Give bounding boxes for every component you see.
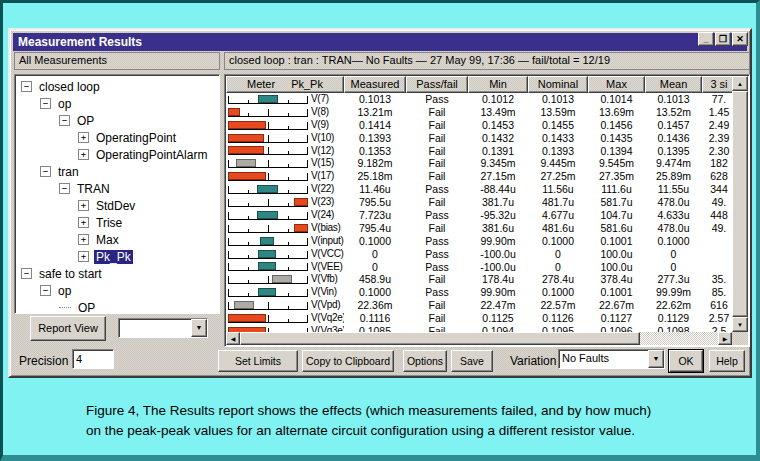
title-bar[interactable]: Measurement Results — [13, 33, 747, 51]
expand-icon[interactable]: + — [78, 200, 89, 211]
column-header-max[interactable]: Max — [588, 76, 645, 93]
expand-icon[interactable]: + — [78, 149, 89, 160]
collapse-icon[interactable]: − — [59, 115, 70, 126]
scroll-up-icon: ▲ — [737, 81, 743, 87]
table-row[interactable]: V(bias)795.4uFail381.6u481.6u581.6u478.0… — [226, 222, 736, 235]
pass-bar-icon — [258, 250, 276, 258]
table-row[interactable]: V(23)795.5uFail381.7u481.7u581.7u478.0u4… — [226, 196, 736, 209]
collapse-icon[interactable]: − — [59, 183, 70, 194]
options-button[interactable]: Options — [403, 350, 447, 372]
tree-item-operatingpoint[interactable]: +OperatingPoint — [15, 129, 219, 146]
save-button[interactable]: Save — [451, 350, 493, 372]
expand-icon[interactable]: + — [78, 251, 89, 262]
horizontal-scroll-track[interactable] — [640, 332, 718, 345]
table-row[interactable]: V(24)7.723uPass-95.32u4.677u104.7u4.633u… — [226, 209, 736, 222]
tree-item-closed-loop[interactable]: −closed loop — [15, 78, 219, 95]
vertical-scrollbar[interactable]: ▲ ▼ — [732, 76, 748, 332]
tree-item-label[interactable]: Max — [94, 233, 121, 247]
variation-combo[interactable]: No Faults ▼ — [558, 349, 665, 369]
horizontal-scrollbar[interactable]: ◀ ▶ — [226, 332, 732, 345]
scroll-right-button[interactable]: ▶ — [718, 332, 732, 345]
report-view-button[interactable]: Report View — [30, 316, 106, 341]
report-view-combo[interactable]: ▼ — [118, 318, 208, 338]
passfail-cell: Fail — [406, 325, 468, 332]
table-row[interactable]: V(input)0.1000Pass99.90m0.10000.10010.10… — [226, 235, 736, 248]
column-header-min[interactable]: Min — [468, 76, 528, 93]
tree-item-tran[interactable]: −tran — [15, 163, 219, 180]
variation-dropdown-button[interactable]: ▼ — [648, 350, 664, 368]
copy-to-clipboard-button[interactable]: Copy to Clipboard — [302, 350, 394, 372]
tree-item-label[interactable]: Trise — [94, 216, 124, 230]
expand-icon[interactable]: + — [78, 217, 89, 228]
table-row[interactable]: V(Vpd)22.36mFail22.47m22.57m22.67m22.62m… — [226, 299, 736, 312]
tree-item-tran[interactable]: −TRAN — [15, 180, 219, 197]
table-row[interactable]: V(15)9.182mFail9.345m9.445m9.545m9.474m1… — [226, 157, 736, 170]
table-rows: V(7)0.1013Pass0.10120.10130.10140.101377… — [226, 93, 736, 332]
table-row[interactable]: V(8)13.21mFail13.49m13.59m13.69m13.52m1.… — [226, 106, 736, 119]
tree-item-label[interactable]: OperatingPoint — [94, 131, 178, 145]
ok-button[interactable]: OK — [669, 350, 703, 372]
table-row[interactable]: V(VEE)0Pass-100.0u0100.0u0 — [226, 261, 736, 274]
tree-item-op[interactable]: −op — [15, 95, 219, 112]
table-row[interactable]: V(17)25.18mFail27.15m27.25m27.35m25.89m6… — [226, 170, 736, 183]
tree-item-label[interactable]: safe to start — [37, 267, 104, 281]
column-header-measured[interactable]: Measured — [344, 76, 406, 93]
collapse-icon[interactable]: − — [21, 81, 32, 92]
collapse-icon[interactable]: − — [40, 98, 51, 109]
tree-item-trise[interactable]: +Trise — [15, 214, 219, 231]
help-button[interactable]: Help — [709, 350, 745, 372]
table-row[interactable]: V(Vin)0.1000Pass99.90m0.10000.100199.99m… — [226, 286, 736, 299]
collapse-icon[interactable]: − — [21, 268, 32, 279]
close-button[interactable]: ✕ — [732, 32, 748, 46]
table-row[interactable]: V(7)0.1013Pass0.10120.10130.10140.101377… — [226, 93, 736, 106]
collapse-icon[interactable]: − — [40, 166, 51, 177]
tree-item-label[interactable]: TRAN — [75, 182, 112, 196]
tree-item-operatingpointalarm[interactable]: +OperatingPointAlarm — [15, 146, 219, 163]
expand-icon[interactable]: + — [78, 132, 89, 143]
tree-item-label[interactable]: OperatingPointAlarm — [94, 148, 209, 162]
maximize-button[interactable]: ❐ — [715, 32, 731, 46]
tree-item-label[interactable]: Pk_Pk — [94, 250, 133, 264]
max-cell: 22.67m — [588, 299, 645, 312]
column-header-3sigma[interactable]: 3 si — [702, 76, 736, 93]
tree-item-label[interactable]: op — [56, 284, 73, 298]
horizontal-scroll-thumb[interactable] — [240, 332, 640, 345]
tree-item-label[interactable]: tran — [56, 165, 81, 179]
measurements-tree[interactable]: −closed loop−op−OP+OperatingPoint+Operat… — [14, 74, 220, 314]
vertical-scroll-thumb[interactable] — [732, 91, 748, 317]
precision-input[interactable]: 4 — [72, 349, 114, 369]
tree-item-label[interactable]: OP — [75, 114, 96, 128]
tree-item-safe-to-start[interactable]: −safe to start — [15, 265, 219, 282]
tree-item-label[interactable]: closed loop — [37, 80, 102, 94]
column-header-mean[interactable]: Mean — [645, 76, 702, 93]
scroll-left-button[interactable]: ◀ — [226, 332, 240, 345]
collapse-icon[interactable]: − — [40, 285, 51, 296]
set-limits-button[interactable]: Set Limits — [218, 350, 298, 372]
minimize-button[interactable]: _ — [698, 32, 714, 46]
tree-item-op[interactable]: OP — [15, 299, 219, 314]
column-header-passfail[interactable]: Pass/fail — [406, 76, 468, 93]
table-row[interactable]: V(12)0.1353Fail0.13910.13930.13940.13952… — [226, 145, 736, 158]
tree-item-pk-pk[interactable]: +Pk_Pk — [15, 248, 219, 265]
expand-icon[interactable]: + — [78, 234, 89, 245]
tree-item-max[interactable]: +Max — [15, 231, 219, 248]
tree-item-op[interactable]: −OP — [15, 112, 219, 129]
table-row[interactable]: V(10)0.1393Fail0.14320.14330.14350.14362… — [226, 132, 736, 145]
tree-item-label[interactable]: op — [56, 97, 73, 111]
table-row[interactable]: V(22)11.46uPass-88.44u11.56u111.6u11.55u… — [226, 183, 736, 196]
table-row[interactable]: V(VCC)0Pass-100.0u0100.0u0 — [226, 248, 736, 261]
scroll-up-button[interactable]: ▲ — [732, 76, 748, 91]
tree-item-label[interactable]: StdDev — [94, 199, 137, 213]
table-row[interactable]: V(Vq2e)0.1116Fail0.11250.11260.11270.112… — [226, 312, 736, 325]
table-row[interactable]: V(9)0.1414Fail0.14530.14550.14560.14572.… — [226, 119, 736, 132]
column-header-meter[interactable]: Meter Pk_Pk — [226, 76, 344, 93]
scroll-down-button[interactable]: ▼ — [732, 317, 748, 332]
column-header-nominal[interactable]: Nominal — [528, 76, 588, 93]
tree-item-stddev[interactable]: +StdDev — [15, 197, 219, 214]
table-row[interactable]: V(Vq3e)0.1085Fail0.10940.10950.10960.109… — [226, 325, 736, 332]
meter-name: V(10) — [311, 132, 334, 145]
tree-item-label[interactable]: OP — [76, 301, 97, 315]
dropdown-button[interactable]: ▼ — [191, 319, 207, 337]
tree-item-op[interactable]: −op — [15, 282, 219, 299]
table-row[interactable]: V(Vfb)458.9uFail178.4u278.4u378.4u277.3u… — [226, 273, 736, 286]
